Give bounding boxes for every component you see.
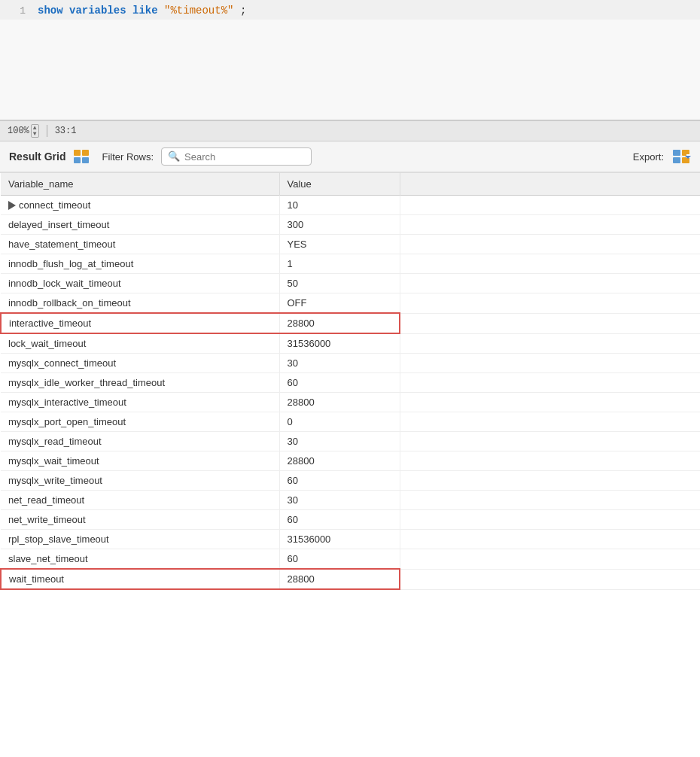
cell-extra [400,313,700,333]
keyword-variables: variables [69,5,126,17]
keyword-like: like [132,5,158,17]
zoom-spinner[interactable]: ▲ ▼ [31,124,39,138]
cell-value: YES [279,235,400,254]
cell-varname: innodb_rollback_on_timeout [1,293,279,314]
col-header-extra [400,173,700,196]
table-row: wait_timeout28800 [1,569,700,589]
cell-varname: mysqlx_connect_timeout [1,354,279,373]
col-header-value: Value [279,173,400,196]
table-row: innodb_rollback_on_timeoutOFF [1,293,700,314]
cell-extra [400,215,700,235]
svg-rect-2 [74,157,81,163]
export-icon-button[interactable] [671,148,691,165]
svg-rect-1 [82,150,89,156]
cell-value: 30 [279,491,400,510]
svg-rect-0 [74,150,81,156]
cell-extra [400,293,700,314]
svg-rect-3 [82,157,89,163]
cell-varname: mysqlx_interactive_timeout [1,393,279,412]
cell-varname: mysqlx_port_open_timeout [1,412,279,432]
cell-extra [400,432,700,451]
cell-varname: wait_timeout [1,569,279,589]
table-row: mysqlx_read_timeout30 [1,432,700,451]
cell-extra [400,274,700,293]
cell-extra [400,451,700,471]
export-label: Export: [633,151,664,163]
cell-varname: mysqlx_read_timeout [1,432,279,451]
cell-value: 28800 [279,313,400,333]
cell-extra [400,530,700,549]
cell-value: 10 [279,196,400,215]
cell-varname: mysqlx_write_timeout [1,471,279,491]
cell-value: 28800 [279,569,400,589]
table-row: have_statement_timeoutYES [1,235,700,254]
table-row: net_read_timeout30 [1,491,700,510]
status-bar: 100% ▲ ▼ 33:1 [0,120,700,141]
cell-extra [400,412,700,432]
table-row: connect_timeout10 [1,196,700,215]
cell-value: 60 [279,549,400,570]
grid-icon-button[interactable] [73,149,90,164]
row-arrow-icon [8,201,16,210]
svg-rect-4 [673,150,680,156]
export-icon [671,148,691,165]
code-content-1: show variables like "%timeout%" ; [38,5,246,17]
cell-value: 60 [279,510,400,530]
svg-rect-6 [673,157,680,163]
cell-varname: innodb_lock_wait_timeout [1,274,279,293]
table-row: mysqlx_interactive_timeout28800 [1,393,700,412]
keyword-show: show [38,5,63,17]
cell-value: 60 [279,373,400,393]
zoom-control[interactable]: 100% ▲ ▼ [8,124,39,138]
result-toolbar: Result Grid Filter Rows: 🔍 Export: [0,141,700,173]
status-separator [47,125,47,137]
cell-extra [400,333,700,354]
table-row: rpl_stop_slave_timeout31536000 [1,530,700,549]
cell-varname: lock_wait_timeout [1,333,279,354]
grid-icon [73,149,90,164]
cell-value: 30 [279,354,400,373]
cell-varname: net_write_timeout [1,510,279,530]
cell-value: 28800 [279,451,400,471]
table-row: innodb_lock_wait_timeout50 [1,274,700,293]
cell-extra [400,235,700,254]
cell-extra [400,510,700,530]
table-row: mysqlx_port_open_timeout0 [1,412,700,432]
table-row: mysqlx_wait_timeout28800 [1,451,700,471]
cell-extra [400,471,700,491]
cell-varname: mysqlx_idle_worker_thread_timeout [1,373,279,393]
cell-extra [400,393,700,412]
search-icon: 🔍 [168,150,180,163]
cell-varname: rpl_stop_slave_timeout [1,530,279,549]
table-row: mysqlx_idle_worker_thread_timeout60 [1,373,700,393]
cell-varname: interactive_timeout [1,313,279,333]
search-input[interactable] [184,151,282,163]
cursor-position: 33:1 [55,126,77,136]
table-header-row: Variable_name Value [1,173,700,196]
result-grid-label: Result Grid [9,150,65,163]
code-line-1: 1 show variables like "%timeout%" ; [0,0,700,20]
cell-extra [400,549,700,570]
table-row: interactive_timeout28800 [1,313,700,333]
table-row: mysqlx_connect_timeout30 [1,354,700,373]
search-box[interactable]: 🔍 [161,147,312,166]
cell-extra [400,354,700,373]
table-row: delayed_insert_timeout300 [1,215,700,235]
cell-value: 60 [279,471,400,491]
cell-value: 0 [279,412,400,432]
data-table: Variable_name Value connect_timeout10del… [0,173,700,590]
table-row: lock_wait_timeout31536000 [1,333,700,354]
table-row: mysqlx_write_timeout60 [1,471,700,491]
cell-varname: delayed_insert_timeout [1,215,279,235]
cell-value: OFF [279,293,400,314]
line-number-1: 1 [0,5,38,17]
table-row: innodb_flush_log_at_timeout1 [1,254,700,274]
cell-value: 28800 [279,393,400,412]
string-pattern: "%timeout%" [164,5,233,17]
cell-extra [400,491,700,510]
editor-area: 1 show variables like "%timeout%" ; [0,0,700,120]
cell-value: 1 [279,254,400,274]
cell-extra [400,196,700,215]
table-row: slave_net_timeout60 [1,549,700,570]
table-row: net_write_timeout60 [1,510,700,530]
